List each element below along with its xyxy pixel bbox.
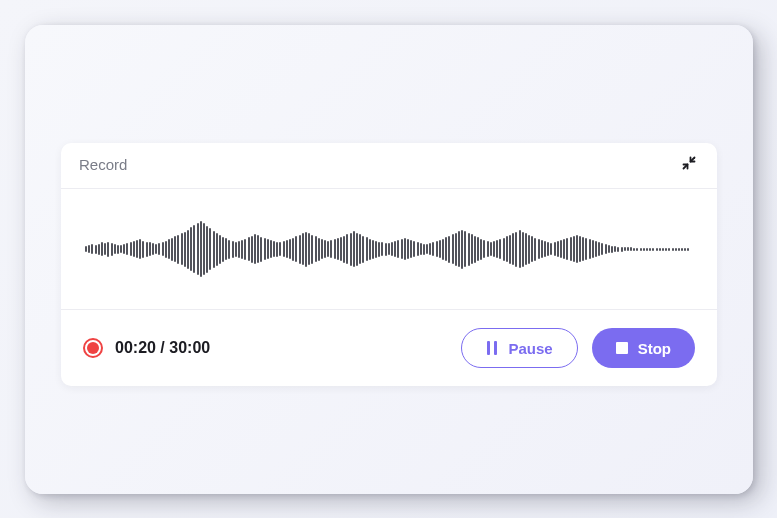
minimize-button[interactable] [679, 153, 699, 176]
waveform-bar [640, 248, 642, 251]
waveform-bar [659, 248, 661, 251]
waveform-bar [499, 239, 501, 259]
waveform-bar [672, 248, 674, 251]
time-group: 00:20 / 30:00 [83, 338, 210, 358]
waveform-bar [340, 237, 342, 261]
waveform-bar [273, 241, 275, 257]
pause-icon [486, 341, 498, 355]
waveform-bar [605, 244, 607, 254]
waveform-bar [155, 244, 157, 254]
waveform-bar [369, 239, 371, 260]
waveform-bar [522, 232, 524, 267]
waveform-bar [448, 236, 450, 263]
waveform-bar [311, 235, 313, 264]
waveform-bar [359, 234, 361, 264]
time-display: 00:20 / 30:00 [115, 339, 210, 357]
waveform-bar [232, 241, 234, 258]
waveform-bar [675, 248, 677, 251]
waveform-bar [177, 235, 179, 264]
waveform-bar [633, 248, 635, 251]
waveform-bar [133, 241, 135, 257]
waveform-bar [636, 248, 638, 251]
waveform-bar [366, 237, 368, 261]
waveform-bar [534, 238, 536, 261]
waveform-bar [114, 244, 116, 254]
waveform-bar [573, 236, 575, 262]
svg-rect-2 [616, 342, 628, 354]
waveform-bar [101, 242, 103, 256]
waveform-bar [668, 248, 670, 251]
waveform-bar [687, 248, 689, 251]
waveform-bar [413, 241, 415, 257]
waveform-bar [681, 248, 683, 251]
stop-button[interactable]: Stop [592, 328, 695, 368]
waveform-bar [85, 246, 87, 252]
waveform-bar [324, 240, 326, 258]
waveform-bar [474, 236, 476, 263]
waveform-bar [165, 241, 167, 258]
waveform-bar [627, 247, 629, 251]
waveform-bar [117, 245, 119, 254]
waveform-bar [222, 237, 224, 262]
waveform-bar [646, 248, 648, 251]
waveform-bar [337, 238, 339, 260]
waveform-bar [643, 248, 645, 251]
waveform-bar [330, 240, 332, 258]
waveform-bar [197, 223, 199, 275]
waveform-bar [445, 237, 447, 261]
waveform-bar [429, 243, 431, 255]
waveform-bar [375, 241, 377, 258]
waveform-bar [299, 235, 301, 264]
waveform-bar [404, 238, 406, 260]
waveform-bar [289, 239, 291, 259]
waveform-bar [515, 232, 517, 267]
svg-rect-0 [487, 341, 490, 355]
waveform-bar [120, 245, 122, 253]
waveform-bar [598, 242, 600, 256]
waveform-bar [283, 241, 285, 257]
waveform-bar [295, 236, 297, 262]
waveform-bar [611, 246, 613, 253]
waveform-bar [531, 236, 533, 262]
waveform-bar [350, 233, 352, 266]
waveform-bar [146, 242, 148, 257]
waveform-bar [592, 240, 594, 258]
waveform-bar [563, 239, 565, 259]
waveform-bar [378, 242, 380, 257]
minimize-icon [681, 155, 697, 174]
pause-label: Pause [508, 340, 552, 357]
waveform-bar [560, 240, 562, 258]
waveform-bar [547, 242, 549, 256]
waveform-bar [557, 241, 559, 257]
card-header: Record [61, 143, 717, 189]
waveform-bar [401, 239, 403, 259]
pause-button[interactable]: Pause [461, 328, 577, 368]
waveform-bar [123, 244, 125, 254]
waveform-bar [570, 237, 572, 261]
waveform-bar [139, 239, 141, 259]
waveform-bar [209, 228, 211, 270]
waveform-bar [260, 237, 262, 262]
waveform-bar [264, 238, 266, 260]
waveform-bar [550, 243, 552, 255]
waveform-bar [254, 234, 256, 264]
waveform-bar [468, 233, 470, 266]
waveform-bar [206, 226, 208, 273]
waveform-bar [149, 242, 151, 256]
waveform-bar [506, 236, 508, 262]
waveform-bar [241, 240, 243, 259]
waveform-bar [576, 235, 578, 263]
waveform-bar [617, 247, 619, 252]
waveform-bar [152, 243, 154, 255]
waveform-bar [477, 237, 479, 261]
record-card: Record 00:20 [61, 143, 717, 386]
waveform-bar [487, 241, 489, 257]
svg-rect-1 [494, 341, 497, 355]
waveform-bar [279, 242, 281, 256]
waveform-bar [362, 236, 364, 263]
waveform-bar [257, 235, 259, 263]
waveform-bar [461, 230, 463, 269]
waveform-bar [493, 241, 495, 257]
waveform-bar [528, 235, 530, 264]
waveform-bar [126, 243, 128, 255]
